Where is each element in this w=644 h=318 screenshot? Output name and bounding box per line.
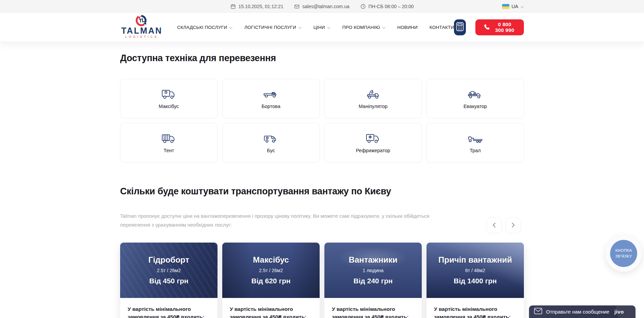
refrigerator-truck-icon (364, 132, 382, 145)
vehicle-label: Бортова (262, 104, 280, 109)
vehicle-grid: Максібус Бортова Маніпулятор Евакуатор Т… (120, 79, 524, 162)
pricing-description: Talman пропонує доступні ціни на вантажо… (120, 212, 437, 230)
working-hours: ПН-СБ 08:00 – 20:00 (360, 4, 414, 9)
calculator-button[interactable] (454, 19, 466, 35)
phone-number: 0 800 300 990 (494, 21, 516, 33)
calendar-icon (230, 4, 236, 9)
nav-item-label: НОВИНИ (397, 25, 418, 30)
nav-item-label: ПРО КОМПАНІЮ (342, 25, 380, 30)
logo-subtitle: LOGISTICS (125, 35, 158, 38)
email[interactable]: sales@talman.com.ua (294, 4, 349, 9)
nav-item-label: КОНТАКТИ (430, 25, 454, 30)
vehicle-card[interactable]: Евакуатор (427, 79, 524, 118)
price-card-title: Причіп вантажний (438, 255, 512, 265)
vehicle-label: Бус (267, 148, 275, 153)
vehicle-card[interactable]: Трал (427, 123, 524, 162)
van-icon (262, 132, 280, 145)
chevron-left-icon (493, 223, 496, 229)
nav-item[interactable]: СКЛАДСЬКІ ПОСЛУГИ (177, 25, 232, 30)
hours-text: ПН-СБ 08:00 – 20:00 (368, 4, 414, 9)
price-card-spec: 2.5т / 26м2 (157, 268, 181, 273)
chevron-right-icon (512, 223, 515, 229)
pricing-section: Скільки буде коштувати транспортування в… (120, 186, 524, 318)
tent-truck-icon (160, 132, 178, 145)
price-card: Гідроборт 2.5т / 26м2 Від 450 грн У варт… (120, 243, 217, 318)
chevron-down-icon (229, 25, 232, 30)
nav-item-label: ЛОГІСТИЧНІ ПОСЛУГИ (244, 25, 296, 30)
calculator-icon (456, 22, 464, 32)
price-card-photo: Вантажники 1 людина Від 240 грн (324, 243, 422, 298)
flatbed-truck-icon (262, 88, 280, 101)
price-card-includes: У вартість мінімального замовлення за 45… (324, 298, 422, 318)
vehicles-title: Доступна техніка для перевезення (120, 53, 524, 64)
vehicle-label: Трал (470, 148, 481, 153)
logo-title: TALMAN (121, 26, 163, 35)
nav-item[interactable]: ЛОГІСТИЧНІ ПОСЛУГИ (244, 25, 301, 30)
price-card-price: Від 450 грн (149, 277, 188, 285)
pricing-title: Скільки буде коштувати транспортування в… (120, 186, 524, 197)
flag-ua-icon (502, 4, 509, 9)
price-card-spec: 6т / 48м2 (465, 268, 485, 273)
vehicle-label: Маніпулятор (359, 104, 387, 109)
vehicle-card[interactable]: Рефрижератор (324, 123, 422, 162)
envelope-icon (294, 4, 300, 9)
crane-truck-icon (364, 88, 382, 101)
price-card-spec: 1 людина (363, 268, 384, 273)
price-card-photo: Гідроборт 2.5т / 26м2 Від 450 грн (120, 243, 217, 298)
chevron-down-icon (298, 25, 302, 30)
chevron-down-icon (327, 25, 330, 30)
email-text: sales@talman.com.ua (302, 4, 349, 9)
price-card: Причіп вантажний 6т / 48м2 Від 1400 грн … (427, 243, 524, 318)
box-truck-icon (160, 88, 178, 101)
price-card: Максібус 2.5т / 26м2 Від 620 грн У варті… (222, 243, 320, 318)
nav-item[interactable]: НОВИНИ (397, 25, 418, 30)
vehicle-label: Евакуатор (463, 104, 487, 109)
price-card-includes: У вартість мінімального замовлення за 45… (120, 298, 217, 318)
nav-item-label: ЦІНИ (314, 25, 325, 30)
price-card-spec: 2.5т / 26м2 (259, 268, 283, 273)
vehicle-card[interactable]: Тент (120, 123, 217, 162)
jivo-logo: jivo (614, 309, 624, 315)
price-card-price: Від 240 грн (354, 277, 393, 285)
main-nav: СКЛАДСЬКІ ПОСЛУГИ ЛОГІСТИЧНІ ПОСЛУГИ ЦІН… (177, 25, 454, 30)
vehicle-card[interactable]: Маніпулятор (324, 79, 422, 118)
tow-truck-icon (467, 88, 484, 101)
nav-item[interactable]: ЦІНИ (314, 25, 330, 30)
price-card-carousel: Гідроборт 2.5т / 26м2 Від 450 грн У варт… (120, 243, 524, 318)
price-card-title: Вантажники (349, 255, 397, 265)
price-card-photo: Максібус 2.5т / 26м2 Від 620 грн (222, 243, 320, 298)
vehicle-card[interactable]: Бортова (222, 79, 320, 118)
datetime: 15.10.2025, 01:12:21 (230, 4, 283, 9)
price-card-includes: У вартість мінімального замовлення за 45… (427, 298, 524, 318)
carousel-nav (486, 217, 521, 233)
nav-item[interactable]: ПРО КОМПАНІЮ (342, 25, 385, 30)
price-card-title: Гідроборт (148, 255, 189, 265)
nav-item-label: СКЛАДСЬКІ ПОСЛУГИ (177, 25, 227, 30)
price-card-price: Від 620 грн (251, 277, 290, 285)
price-card-title: Максібус (253, 255, 289, 265)
chat-widget[interactable]: Отправьте нам сообщение jivo (529, 305, 636, 318)
chevron-down-icon (520, 4, 524, 9)
phone-button[interactable]: 0 800 300 990 (475, 19, 524, 35)
price-card-photo: Причіп вантажний 6т / 48м2 Від 1400 грн (427, 243, 524, 298)
carousel-prev-button[interactable] (486, 217, 502, 233)
topbar: 15.10.2025, 01:12:21 sales@talman.com.ua… (0, 0, 644, 13)
carousel-next-button[interactable] (505, 217, 521, 233)
price-card-includes: У вартість мінімального замовлення за 45… (222, 298, 320, 318)
phone-icon (484, 23, 490, 31)
vehicle-card[interactable]: Максібус (120, 79, 217, 118)
header: TALMAN LOGISTICS СКЛАДСЬКІ ПОСЛУГИ ЛОГІС… (0, 13, 644, 42)
logo[interactable]: TALMAN LOGISTICS (120, 14, 164, 40)
language-selector[interactable]: UA (502, 4, 524, 9)
trawl-truck-icon (467, 132, 484, 145)
price-card: Вантажники 1 людина Від 240 грн У вартіс… (324, 243, 422, 318)
price-card-price: Від 1400 грн (454, 277, 497, 285)
feedback-button[interactable]: КНОПКАЗВ'ЯЗКУ (605, 235, 642, 272)
nav-item[interactable]: КОНТАКТИ (430, 25, 454, 30)
envelope-chat-icon (534, 308, 542, 316)
vehicle-label: Тент (164, 148, 174, 153)
vehicle-label: Максібус (159, 104, 179, 109)
vehicle-card[interactable]: Бус (222, 123, 320, 162)
chat-message: Отправьте нам сообщение (546, 309, 609, 315)
language-code: UA (512, 4, 518, 9)
